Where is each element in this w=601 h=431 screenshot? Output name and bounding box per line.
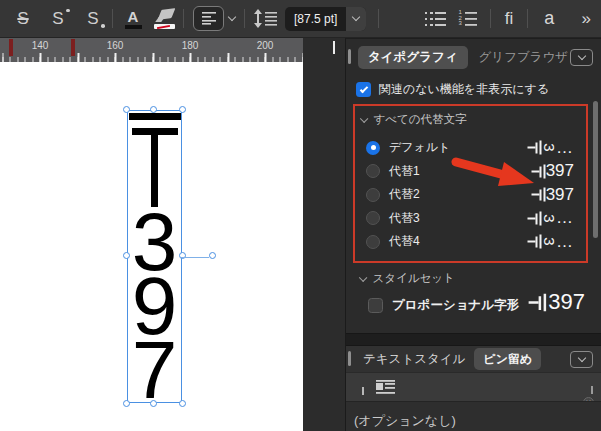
hide-unrelated-label: 関連のない機能を非表示にする [379,81,549,98]
tab-glyph-browser[interactable]: グリフブラウザ [479,49,569,66]
chevron-down-icon [577,51,585,59]
preview-ellipsis: … [556,138,574,158]
toolbar-divider [527,9,528,28]
resize-handle-bottom-center[interactable] [150,400,157,407]
ruler-number: 140 [32,40,49,51]
toolbar-divider [490,9,491,28]
text-style-toolbar: ✕ [346,372,601,401]
disclosure-chevron-icon [360,115,368,123]
editor-background [303,38,345,431]
extension-handle[interactable] [209,252,216,259]
alternate-option-3[interactable]: 代替3 3 … [361,207,582,231]
horizontal-ruler: 140 160 180 200 [0,38,305,62]
document-page[interactable]: 3 9 7 [0,62,303,431]
disclosure-chevron-icon [359,274,367,282]
preview-digits: 3 [540,238,557,246]
indent-marker[interactable] [9,39,13,56]
align-left-icon [193,6,224,31]
format-toolbar: S S S A [87.5 pt] [0,0,601,38]
preview-digits: 397 [546,161,574,181]
ruler-number: 160 [107,40,124,51]
panel-tab-bar: タイポグラフィ グリフブラウザ [346,39,601,75]
postal-mark-glyph [129,113,181,209]
proportional-option-row[interactable]: プロポーショナル字形 [368,297,519,314]
text-color-icon: A [125,9,142,29]
resize-handle-bottom-right[interactable] [179,400,186,407]
pinned-badge[interactable]: ピン留め [474,348,541,370]
alternates-list: デフォルト 3 … 代替1 397 代替2 [361,136,582,254]
text-color-button[interactable]: A [119,5,147,33]
no-options-text: (オプションなし) [354,412,456,430]
alternates-section-header[interactable]: すべての代替文字 [361,112,582,127]
alternate-preview: 3 … [528,232,574,252]
radio-unselected-icon[interactable] [366,188,380,202]
alternates-annotation-box: すべての代替文字 デフォルト 3 … 代替1 397 [353,104,588,263]
paragraph-style-icon[interactable] [376,380,395,395]
style-set-section-header[interactable]: スタイルセット [360,271,455,286]
section-drag-handle[interactable] [348,351,351,366]
highlight-button[interactable] [150,5,178,33]
letter-a-icon: a [544,8,554,29]
tab-typography[interactable]: タイポグラフィ [358,46,468,69]
toolbar-divider [112,9,113,28]
superscript-button[interactable]: S [43,5,73,33]
alternate-preview: 3 … [528,208,574,228]
collapse-section-button[interactable] [570,351,593,368]
proportional-checkbox[interactable] [368,298,383,313]
text-background-button[interactable]: a [544,5,554,33]
ligature-icon: fi [505,9,514,29]
strikethrough-button[interactable]: S [8,5,38,33]
alternate-option-default[interactable]: デフォルト 3 … [361,136,582,160]
ligature-button[interactable]: fi [505,5,514,33]
preview-digits: 3 [540,144,557,152]
panel-scrollbar-thumb[interactable] [593,101,598,238]
hide-unrelated-row[interactable]: 関連のない機能を非表示にする [356,81,549,98]
indent-marker[interactable] [71,39,75,56]
alternate-option-4[interactable]: 代替4 3 … [361,230,582,254]
font-size-value: [87.5 pt] [285,12,346,26]
radio-selected-icon[interactable] [366,141,380,155]
text-style-title: テキストスタイル [363,351,465,368]
alignment-chevron-button[interactable] [229,5,235,33]
numbered-list-button[interactable]: 1 2 3 [458,5,476,33]
alternate-label: 代替2 [389,186,420,203]
superscript-icon: S [52,9,63,29]
radio-unselected-icon[interactable] [366,164,380,178]
line-spacing-button[interactable] [254,5,277,33]
subscript-button[interactable]: S [78,5,108,33]
section-drag-handle[interactable] [348,49,351,64]
radio-unselected-icon[interactable] [366,235,380,249]
alternate-preview: 397 [532,161,574,181]
resize-handle-middle-left[interactable] [123,252,130,259]
hide-unrelated-checkbox[interactable] [356,82,371,97]
resize-handle-top-right[interactable] [179,106,186,113]
alternate-label: デフォルト [389,139,450,156]
more-tools-button[interactable]: » [582,5,591,33]
toolbar-divider [244,9,245,28]
text-style-header: テキストスタイル ピン留め [346,346,601,372]
preview-digits: 3 [540,214,557,222]
bullet-list-icon [425,11,446,27]
preview-ellipsis: … [556,208,574,228]
subscript-icon: S [87,9,98,29]
preview-digits: 397 [546,185,574,205]
alternate-label: 代替4 [389,233,420,250]
toolbar-divider [378,9,379,28]
bullet-list-button[interactable] [425,5,446,33]
font-size-chevron[interactable] [346,7,366,31]
font-size-dropdown[interactable]: [87.5 pt] [285,7,366,31]
radio-unselected-icon[interactable] [366,211,380,225]
alternate-preview: 397 [532,185,574,205]
resize-handle-bottom-left[interactable] [123,400,130,407]
alternate-option-1[interactable]: 代替1 397 [361,160,582,184]
resize-handle-top-center[interactable] [150,106,157,113]
ruler-number: 180 [182,40,199,51]
alternate-option-2[interactable]: 代替2 397 [361,183,582,207]
alignment-button[interactable] [193,5,224,33]
alternate-preview: 3 … [528,138,574,158]
vertical-text-box[interactable]: 3 9 7 [127,110,182,403]
typography-inspector-panel: タイポグラフィ グリフブラウザ 関連のない機能を非表示にする すべての代替文字 … [345,38,601,431]
resize-handle-top-left[interactable] [123,106,130,113]
collapse-section-button[interactable] [570,49,593,66]
preview-ellipsis: … [556,232,574,252]
